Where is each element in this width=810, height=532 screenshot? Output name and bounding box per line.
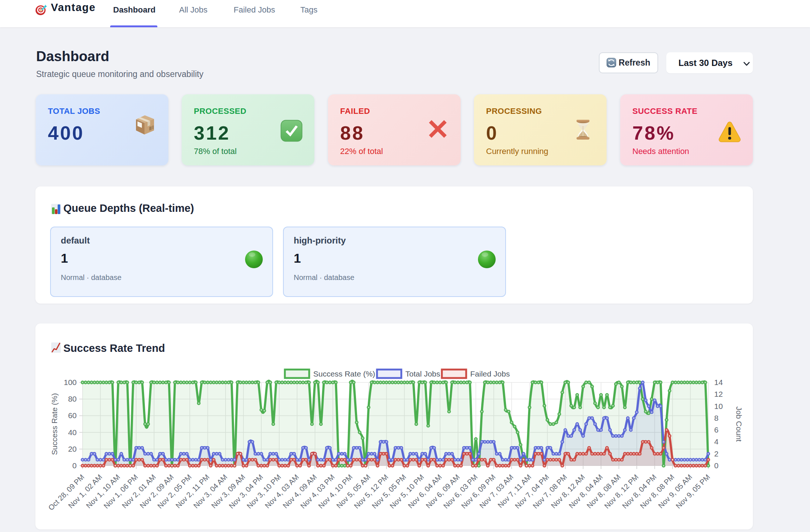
svg-text:14: 14 <box>714 378 723 386</box>
svg-text:4: 4 <box>714 437 719 446</box>
svg-text:0: 0 <box>72 461 77 470</box>
svg-text:6: 6 <box>714 426 719 434</box>
svg-text:8: 8 <box>714 414 719 422</box>
svg-text:60: 60 <box>68 411 77 420</box>
svg-text:40: 40 <box>68 428 77 437</box>
svg-text:Success Rate (%): Success Rate (%) <box>50 393 59 455</box>
svg-text:Total Jobs: Total Jobs <box>405 370 440 378</box>
svg-text:100: 100 <box>64 378 77 386</box>
svg-text:80: 80 <box>68 395 77 403</box>
svg-text:12: 12 <box>714 390 723 398</box>
svg-text:0: 0 <box>714 461 719 470</box>
svg-text:10: 10 <box>714 402 723 410</box>
svg-text:Job Count: Job Count <box>735 406 743 442</box>
svg-text:Success Rate (%): Success Rate (%) <box>313 370 375 378</box>
svg-text:Failed Jobs: Failed Jobs <box>470 370 510 378</box>
svg-text:20: 20 <box>68 445 77 453</box>
svg-text:2: 2 <box>714 449 719 458</box>
